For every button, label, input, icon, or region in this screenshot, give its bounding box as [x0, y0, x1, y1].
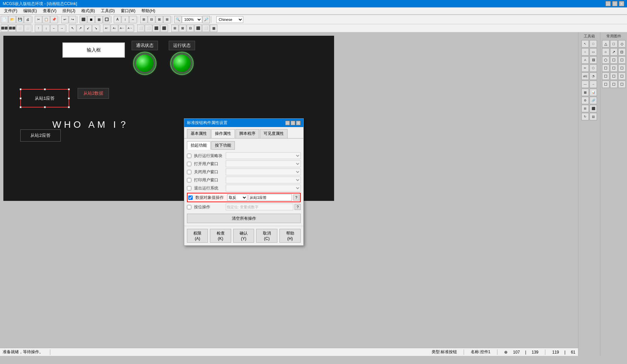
tb2-b22[interactable]: ⊠: [179, 25, 186, 32]
zoom-select[interactable]: 100%: [182, 16, 202, 23]
sel-print-window[interactable]: [226, 177, 301, 183]
tb2-b4[interactable]: ⬜: [24, 25, 31, 32]
btn-cancel[interactable]: 取消(C): [256, 229, 277, 243]
tool-rect[interactable]: □: [590, 40, 597, 48]
sub-tab-press[interactable]: 按下功能: [211, 141, 235, 150]
input-data-object-target[interactable]: [249, 194, 292, 201]
sel-open-window[interactable]: [226, 160, 301, 167]
sub-tab-raise[interactable]: 抬起功能: [187, 141, 211, 150]
panel-btn-17[interactable]: ☐: [610, 81, 618, 88]
tb-b8[interactable]: ⊞: [140, 16, 147, 23]
tb-open[interactable]: 📂: [8, 16, 16, 23]
menu-format[interactable]: 格式(B): [79, 7, 98, 14]
station1-answer-widget[interactable]: 从站1应答: [20, 89, 69, 108]
tb2-b5[interactable]: ↑: [35, 25, 42, 32]
tool-chart[interactable]: 📊: [590, 89, 597, 96]
tb2-b24[interactable]: ⬛: [194, 25, 202, 32]
tb-print[interactable]: 🖨: [24, 16, 31, 23]
panel-btn-2[interactable]: □: [610, 40, 618, 48]
panel-btn-11[interactable]: ☐: [610, 64, 618, 72]
tool-misc[interactable]: ⬛: [590, 105, 597, 112]
btn-confirm[interactable]: 确认(Y): [233, 229, 254, 243]
tb2-b18[interactable]: ⬜: [145, 25, 152, 32]
station2-answer-widget[interactable]: 从站2应答: [20, 129, 61, 142]
tb2-b6[interactable]: ↓: [43, 25, 50, 32]
data-object-help-btn[interactable]: ?: [293, 194, 299, 201]
dialog-maximize-btn[interactable]: □: [291, 121, 295, 125]
panel-btn-5[interactable]: ↗: [610, 48, 618, 56]
panel-btn-1[interactable]: △: [602, 40, 609, 48]
tb2-b20[interactable]: ⬛: [160, 25, 168, 32]
panel-btn-16[interactable]: ☐: [602, 81, 609, 88]
chk-close-window[interactable]: [187, 170, 191, 174]
sel-exec-strategy[interactable]: [226, 152, 301, 159]
tb-zoom[interactable]: 🔍: [174, 16, 182, 23]
tb2-b21[interactable]: ⊞: [171, 25, 179, 32]
tab-basic-props[interactable]: 基本属性: [187, 129, 211, 138]
tb-b2[interactable]: ◼: [87, 16, 95, 23]
tb-b4[interactable]: 🔲: [103, 16, 110, 23]
tb-b1[interactable]: ⬛: [80, 16, 87, 23]
tool-gradient[interactable]: ▤: [590, 113, 597, 120]
tb2-b11[interactable]: ↙: [84, 25, 92, 32]
tool-image[interactable]: 🖼: [590, 56, 597, 64]
tb-save[interactable]: 💾: [16, 16, 24, 23]
tb2-b19[interactable]: ⬛: [153, 25, 160, 32]
tool-ellipse[interactable]: ○: [581, 48, 589, 56]
clear-all-btn[interactable]: 清空所有操作: [187, 214, 301, 223]
tb-new[interactable]: 📄: [1, 16, 8, 23]
from-station2-widget[interactable]: 从站2数据: [78, 88, 109, 99]
dialog-close-btn[interactable]: ×: [296, 121, 301, 125]
tab-script[interactable]: 脚本程序: [236, 129, 259, 138]
chk-open-window[interactable]: [187, 162, 191, 166]
dialog-minimize-btn[interactable]: —: [285, 121, 290, 125]
menu-window[interactable]: 窗口(W): [118, 7, 138, 14]
tb2-b7[interactable]: ←: [50, 25, 58, 32]
tool-rotate[interactable]: ↻: [581, 113, 589, 120]
tb2-b15[interactable]: A←: [118, 25, 126, 32]
panel-btn-18[interactable]: ☐: [618, 81, 626, 88]
tb-zoom2[interactable]: 🔎: [202, 16, 210, 23]
input-box-widget[interactable]: 输入框: [62, 42, 125, 58]
sel-close-window[interactable]: [226, 169, 301, 175]
panel-btn-3[interactable]: ◇: [618, 40, 626, 48]
panel-btn-14[interactable]: ☐: [610, 72, 618, 80]
tool-line[interactable]: —: [581, 81, 589, 88]
chk-exit-system[interactable]: [187, 186, 191, 190]
menu-edit[interactable]: 编辑(E): [21, 7, 39, 14]
tool-component[interactable]: ⚙: [581, 97, 589, 104]
tb2-b9[interactable]: ↖: [69, 25, 76, 32]
menu-view[interactable]: 查看(V): [40, 7, 59, 14]
tb2-b1[interactable]: ⬛⬛: [1, 25, 8, 32]
panel-btn-12[interactable]: ☐: [618, 64, 626, 72]
minimize-button[interactable]: —: [605, 1, 611, 6]
tool-rounded-rect[interactable]: ▭: [590, 48, 597, 56]
menu-tools[interactable]: 工具(D): [98, 7, 117, 14]
panel-btn-6[interactable]: ⊡: [618, 48, 626, 56]
tb2-b23[interactable]: ⊟: [187, 25, 194, 32]
btn-check[interactable]: 检查(K): [210, 229, 231, 243]
menu-help[interactable]: 帮助(H): [139, 7, 158, 14]
tb2-b17[interactable]: ⬜: [137, 25, 144, 32]
tool-select[interactable]: ↖: [581, 40, 589, 48]
tb2-b12[interactable]: ↘: [92, 25, 100, 32]
tb2-b26[interactable]: ▦: [210, 25, 217, 32]
chk-data-object[interactable]: [188, 195, 193, 200]
tb-redo[interactable]: ↪: [69, 16, 76, 23]
tb-undo[interactable]: ↩: [61, 16, 69, 23]
tool-text[interactable]: A: [581, 56, 589, 64]
chk-print-window[interactable]: [187, 178, 191, 182]
chk-exec-strategy[interactable]: [187, 154, 191, 158]
chk-button-action[interactable]: [187, 205, 191, 209]
tb-b3[interactable]: ▦: [95, 16, 103, 23]
language-select[interactable]: Chinese English: [216, 16, 243, 23]
maximize-button[interactable]: □: [612, 1, 618, 6]
panel-btn-9[interactable]: ☐: [618, 56, 626, 64]
tool-polygon[interactable]: ⬠: [590, 64, 597, 72]
tb-cut[interactable]: ✂: [35, 16, 42, 23]
tab-visibility[interactable]: 可见度属性: [260, 129, 288, 138]
tb-b6[interactable]: ↕: [121, 16, 129, 23]
tool-arrow[interactable]: →: [590, 81, 597, 88]
menu-arrange[interactable]: 排列(J): [60, 7, 78, 14]
button-action-help-btn[interactable]: ?: [295, 204, 301, 210]
